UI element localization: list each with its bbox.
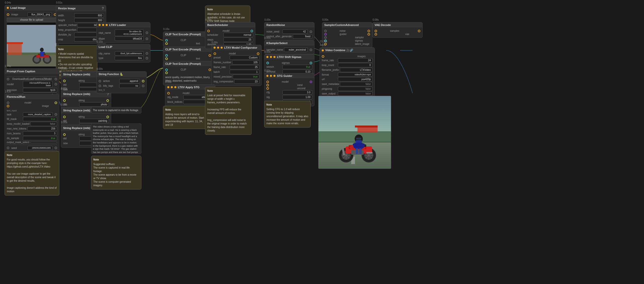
sf-out-port <box>142 80 144 82</box>
vc-fps-label: frame_rate <box>322 59 337 62</box>
sg-cond-label: cond <box>297 84 312 86</box>
vd-samples-port <box>375 30 377 32</box>
resize-help-icon[interactable]: ? <box>102 6 104 10</box>
ks-body: sampler_name euler_ancestral <box>264 46 314 54</box>
lmc-mixed-value: true <box>233 75 259 79</box>
sf-body: action append tidy_tags no text_5 <box>97 77 146 93</box>
dot3 <box>174 86 176 88</box>
svg-rect-4 <box>7 42 23 44</box>
sca-body: noise guider sampler sigmas latent_image <box>322 27 372 47</box>
dot1 <box>322 49 324 51</box>
bs-steps-value: 25 <box>223 38 253 42</box>
upload-button[interactable]: choose file to upload <box>7 18 56 22</box>
sr4-title: String Replace (mtb) <box>63 127 90 130</box>
f2r-seed-out <box>55 147 57 149</box>
lmc-mixed-row: mixed_precision true <box>214 75 259 79</box>
f2r-model-label: model <box>24 101 39 104</box>
vc-url-row: url yuv420p <box>322 77 373 81</box>
sca-guider-port <box>324 33 327 36</box>
dot2 <box>171 86 173 88</box>
svg-rect-44 <box>356 140 362 143</box>
sg-model-label: model <box>282 80 297 83</box>
f2r-task-value: more_detailed_caption <box>23 112 53 116</box>
sg-stg-value: 1.00 <box>283 95 312 99</box>
clip-type-label: type <box>99 57 114 59</box>
sf-tidy-row: tidy_tags no <box>99 84 144 88</box>
ks-timing: 0.00s <box>264 37 270 39</box>
lmc-batch-label: batch <box>214 71 229 73</box>
ce2-out-port <box>209 54 211 57</box>
f2r-keeploaded-value: false <box>30 122 57 126</box>
sca-out1-port <box>368 30 370 32</box>
image-label: image <box>11 13 26 16</box>
lss-out-port <box>310 62 312 64</box>
f2r-sep <box>7 145 57 145</box>
lmc-title: LTXV Model Configurator <box>224 46 257 49</box>
bs-steps-label: steps <box>207 38 222 41</box>
florence-note: Note For good results, you should follow… <box>5 151 59 196</box>
vc-header: Video Combine 🎥🔗 <box>320 48 375 53</box>
svg-rect-20 <box>318 131 391 143</box>
sf-in-port <box>99 80 101 82</box>
vc-format-value: video/h264-mp4 <box>338 73 373 77</box>
sf-action-value: append <box>119 79 140 83</box>
sf-title: String Function 🐍 <box>99 73 123 76</box>
sca-noise-row: noise <box>324 29 370 32</box>
sf-tidy-label: tidy_tags <box>103 84 118 87</box>
sr2-string-row: string <box>63 99 109 102</box>
image-preview <box>7 23 56 68</box>
lmc-frames-value: 105 <box>232 60 259 65</box>
vc-fps-row: frame_rate 24 <box>322 58 373 62</box>
sf-action-row: action append <box>99 79 144 83</box>
ltxv-loader-header: LTXV Loader <box>97 22 150 27</box>
main-note-header: Note <box>207 8 248 11</box>
sg-neg-row: uncond <box>266 87 312 90</box>
sg-timing: 0.00s <box>264 69 270 72</box>
layers-note-text: Adding more layers will tend to reduce t… <box>165 113 205 127</box>
dot1 <box>266 56 268 58</box>
lss-sigmas-label: sigmas <box>282 61 297 64</box>
upload-row[interactable]: choose file to upload <box>7 18 56 22</box>
vd-vae-row: vae <box>375 33 420 36</box>
rn-header: RandomNoise <box>264 22 314 27</box>
dot3 <box>106 24 108 26</box>
sr2-old-row: old photo <box>63 102 109 107</box>
ce1-input-row: CLIP <box>165 39 211 42</box>
pfc-dl-label: DownloadAndLoadFlorence2Model <box>12 78 52 80</box>
las-stg-label: stg_mode <box>167 96 182 99</box>
preset-note-header: Note <box>207 89 249 93</box>
cfg-note: Note Setting CFG to 1.0 will reduce runn… <box>264 101 311 128</box>
f2r-seed-value: 285091998991985 <box>27 146 53 150</box>
bs-model-port <box>207 30 210 32</box>
clip-name-row: clip_name t5xxl_fp8.safetensors <box>99 51 148 55</box>
vc-loop-value: 0 <box>338 63 373 67</box>
clip-encode-2-node: CLIP Text Encode (Prompt) CLIP text <box>163 47 213 62</box>
lmc-body: model preset Custom frames_number 105 fr… <box>212 50 261 86</box>
sr2-string-label: string <box>78 99 94 102</box>
f2r-task-row: task more_detailed_caption <box>7 112 57 116</box>
f2r-beams-row: num_beams 3 <box>7 131 57 136</box>
load-image-body: image flux_00043_.png choose file to upl… <box>5 10 58 70</box>
rn-title: RandomNoise <box>266 23 285 26</box>
preset-note-text: Look at preset field for reasonable rang… <box>207 94 249 133</box>
pfc-model-row: model microsoft/Florence-2-base <box>7 81 57 87</box>
f2r-image-label: image <box>42 105 57 107</box>
svg-rect-13 <box>38 54 41 55</box>
cfg-note-text: Setting CFG to 1.0 will reduce running t… <box>266 108 308 125</box>
sca-sampler-port <box>324 36 327 39</box>
lss-title: LTXV Shift Sigmas <box>277 55 301 58</box>
sr1-string-port <box>63 80 66 82</box>
sr3-out-port <box>106 116 109 118</box>
f2r-task-label: task <box>7 113 22 116</box>
ce1-text-port <box>165 42 168 45</box>
vc-prefix-value: LTXVideo <box>340 68 373 72</box>
f2r-beams-label: num_beams <box>7 132 22 135</box>
sr1-old-label: old <box>63 83 78 86</box>
sca-title: SamplerCustomAdvanced <box>324 23 359 26</box>
dot1 <box>214 47 216 49</box>
sf-tidy-in <box>99 85 101 87</box>
text-out-1-content: The scene is captured in real-life foota… <box>93 109 140 112</box>
svg-rect-39 <box>366 152 373 153</box>
lmc-preset-value: Custom <box>230 55 259 60</box>
ce2-text-row: text <box>165 57 211 60</box>
